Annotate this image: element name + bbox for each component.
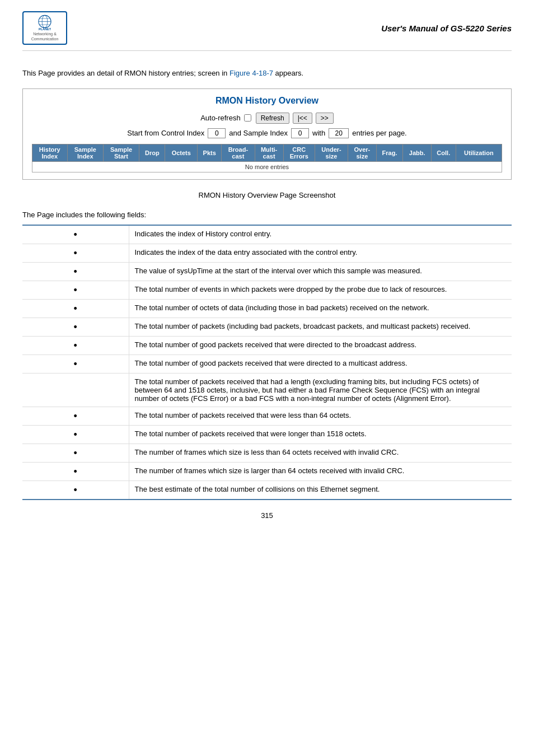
field-row-5: •The total number of packets (including … xyxy=(22,318,512,336)
col-broadcast: Broad-cast xyxy=(222,144,255,161)
logo-box: PLANET Networking & Communication xyxy=(22,11,67,45)
field-description-3: The total number of events in which pack… xyxy=(129,281,512,299)
field-row-13: •The best estimate of the total number o… xyxy=(22,480,512,500)
nav-prev-button[interactable]: |<< xyxy=(293,113,312,124)
col-history-index: HistoryIndex xyxy=(32,144,68,161)
col-utilization: Utilization xyxy=(456,144,502,161)
field-row-12: •The number of frames which size is larg… xyxy=(22,462,512,480)
field-description-12: The number of frames which size is large… xyxy=(129,462,512,480)
screenshot-caption: RMON History Overview Page Screenshot xyxy=(22,191,512,199)
intro-text-after: appears. xyxy=(273,69,303,77)
col-sample-index: SampleIndex xyxy=(67,144,103,161)
rmon-controls-row: Auto-refresh Refresh |<< >> xyxy=(32,113,502,124)
col-drop: Drop xyxy=(139,144,165,161)
col-sample-start: SampleStart xyxy=(103,144,139,161)
svg-text:PLANET: PLANET xyxy=(39,27,51,31)
field-bullet-cell-7: • xyxy=(22,354,129,373)
col-undersize: Under-size xyxy=(315,144,348,161)
nav-next-button[interactable]: >> xyxy=(316,113,334,124)
field-description-1: Indicates the index of the data entry as… xyxy=(129,244,512,262)
rmon-index-row: Start from Control Index and Sample Inde… xyxy=(32,128,502,138)
bullet-icon: • xyxy=(74,466,77,477)
col-pkts: Pkts xyxy=(198,144,222,161)
field-row-4: •The total number of octets of data (inc… xyxy=(22,299,512,318)
field-description-0: Indicates the index of History control e… xyxy=(129,225,512,244)
field-row-8: The total number of packets received tha… xyxy=(22,373,512,407)
rmon-title: RMON History Overview xyxy=(32,96,502,106)
field-bullet-cell-3: • xyxy=(22,281,129,299)
field-bullet-cell-4: • xyxy=(22,299,129,318)
field-bullet-cell-8 xyxy=(22,373,129,407)
field-description-4: The total number of octets of data (incl… xyxy=(129,299,512,318)
field-bullet-cell-9: • xyxy=(22,407,129,425)
auto-refresh-checkbox[interactable] xyxy=(244,114,251,122)
rmon-table: HistoryIndex SampleIndex SampleStart Dro… xyxy=(32,144,502,172)
field-row-11: •The number of frames which size is less… xyxy=(22,444,512,462)
field-description-8: The total number of packets received tha… xyxy=(129,373,512,407)
col-frag: Frag. xyxy=(376,144,403,161)
logo-subtitle: Networking & Communication xyxy=(26,32,64,41)
field-bullet-cell-2: • xyxy=(22,262,129,281)
field-bullet-cell-6: • xyxy=(22,336,129,354)
col-oversize: Over-size xyxy=(348,144,376,161)
intro-paragraph: This Page provides an detail of RMON his… xyxy=(22,68,512,80)
field-description-9: The total number of packets received tha… xyxy=(129,407,512,425)
field-row-0: •Indicates the index of History control … xyxy=(22,225,512,244)
field-description-7: The total number of good packets receive… xyxy=(129,354,512,373)
field-bullet-cell-10: • xyxy=(22,425,129,444)
col-jabb: Jabb. xyxy=(403,144,431,161)
field-description-10: The total number of packets received tha… xyxy=(129,425,512,444)
field-bullet-cell-12: • xyxy=(22,462,129,480)
field-description-2: The value of sysUpTime at the start of t… xyxy=(129,262,512,281)
bullet-icon: • xyxy=(74,248,77,259)
field-row-1: •Indicates the index of the data entry a… xyxy=(22,244,512,262)
bullet-icon: • xyxy=(74,340,77,351)
col-multicast: Multi-cast xyxy=(255,144,283,161)
refresh-button[interactable]: Refresh xyxy=(256,113,289,124)
bullet-icon: • xyxy=(74,429,77,440)
entries-label: entries per page. xyxy=(352,129,407,137)
figure-link[interactable]: Figure 4-18-7 xyxy=(229,69,273,77)
with-value-input[interactable] xyxy=(329,128,349,138)
field-row-9: •The total number of packets received th… xyxy=(22,407,512,425)
field-description-13: The best estimate of the total number of… xyxy=(129,480,512,500)
fields-intro: The Page includes the following fields: xyxy=(22,211,512,219)
bullet-icon: • xyxy=(74,284,77,296)
start-value-input[interactable] xyxy=(208,128,226,138)
field-row-6: •The total number of good packets receiv… xyxy=(22,336,512,354)
field-bullet-cell-1: • xyxy=(22,244,129,262)
col-coll: Coll. xyxy=(431,144,456,161)
bullet-icon: • xyxy=(74,410,77,422)
field-row-10: •The total number of packets received th… xyxy=(22,425,512,444)
start-label: Start from Control Index xyxy=(127,129,204,137)
bullet-icon: • xyxy=(74,484,77,496)
sample-value-input[interactable] xyxy=(291,128,309,138)
field-bullet-cell-0: • xyxy=(22,225,129,244)
auto-refresh-label: Auto-refresh xyxy=(200,114,241,122)
no-entries-row: No more entries xyxy=(32,161,502,172)
col-octets: Octets xyxy=(165,144,198,161)
field-description-5: The total number of packets (including b… xyxy=(129,318,512,336)
sample-label: and Sample Index xyxy=(229,129,288,137)
bullet-icon: • xyxy=(74,358,77,370)
bullet-icon: • xyxy=(74,229,77,240)
field-description-6: The total number of good packets receive… xyxy=(129,336,512,354)
intro-text-before: This Page provides an detail of RMON his… xyxy=(22,69,229,77)
field-bullet-cell-13: • xyxy=(22,480,129,500)
page-header: PLANET Networking & Communication User's… xyxy=(22,11,512,51)
page-number: 315 xyxy=(22,511,512,520)
field-row-3: •The total number of events in which pac… xyxy=(22,281,512,299)
logo-area: PLANET Networking & Communication xyxy=(22,11,67,45)
field-bullet-cell-11: • xyxy=(22,444,129,462)
bullet-icon: • xyxy=(74,321,77,333)
field-row-7: •The total number of good packets receiv… xyxy=(22,354,512,373)
field-description-11: The number of frames which size is less … xyxy=(129,444,512,462)
bullet-icon: • xyxy=(74,266,77,277)
rmon-overview-box: RMON History Overview Auto-refresh Refre… xyxy=(22,88,512,180)
with-label: with xyxy=(312,129,325,137)
field-bullet-cell-5: • xyxy=(22,318,129,336)
no-entries-cell: No more entries xyxy=(32,161,502,172)
field-row-2: •The value of sysUpTime at the start of … xyxy=(22,262,512,281)
fields-table: •Indicates the index of History control … xyxy=(22,225,512,500)
logo-svg: PLANET xyxy=(28,15,62,32)
